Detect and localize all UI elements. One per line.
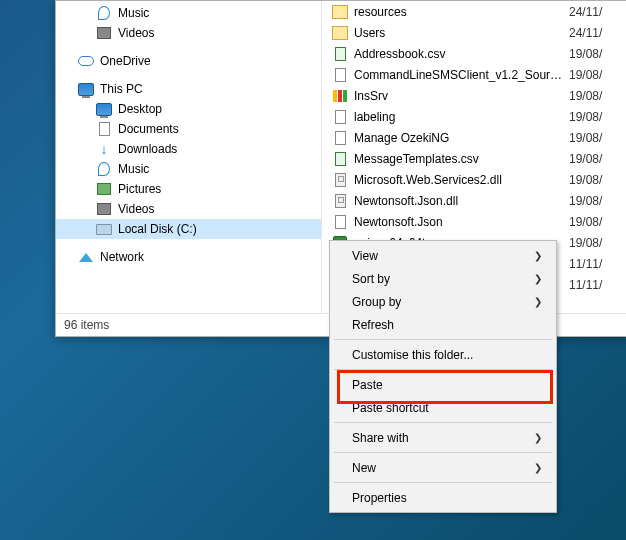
tree-desktop[interactable]: Desktop [56, 99, 321, 119]
file-name: Addressbook.csv [354, 47, 563, 61]
ctx-label: Share with [352, 431, 409, 445]
file-name: CommandLineSMSClient_v1.2_Source_D... [354, 68, 563, 82]
tree-videos2[interactable]: Videos [56, 199, 321, 219]
file-icon [332, 67, 348, 83]
ctx-label: Paste shortcut [352, 401, 429, 415]
chevron-right-icon: ❯ [534, 296, 542, 307]
file-row[interactable]: Newtonsoft.Json19/08/ [322, 211, 626, 232]
file-icon [332, 151, 348, 167]
tree-label: Documents [118, 122, 179, 136]
file-date: 19/08/ [569, 131, 626, 145]
ctx-properties[interactable]: Properties [332, 486, 554, 509]
tree-network[interactable]: Network [56, 247, 321, 267]
ctx-label: View [352, 249, 378, 263]
chevron-right-icon: ❯ [534, 432, 542, 443]
ctx-view[interactable]: View ❯ [332, 244, 554, 267]
tree-label: Pictures [118, 182, 161, 196]
tree-localdisk[interactable]: Local Disk (C:) [56, 219, 321, 239]
ctx-refresh[interactable]: Refresh [332, 313, 554, 336]
ctx-label: Group by [352, 295, 401, 309]
documents-icon [96, 121, 112, 137]
separator [334, 452, 552, 453]
file-row[interactable]: CommandLineSMSClient_v1.2_Source_D...19/… [322, 64, 626, 85]
network-icon [78, 249, 94, 265]
file-name: Newtonsoft.Json.dll [354, 194, 563, 208]
tree-label: Local Disk (C:) [118, 222, 197, 236]
file-date: 19/08/ [569, 236, 626, 250]
ctx-paste-shortcut[interactable]: Paste shortcut [332, 396, 554, 419]
chevron-right-icon: ❯ [534, 273, 542, 284]
nav-tree: Music Videos OneDrive This PC Desktop [56, 1, 322, 313]
video-icon [96, 25, 112, 41]
item-count: 96 items [64, 318, 109, 332]
file-row[interactable]: MessageTemplates.csv19/08/ [322, 148, 626, 169]
file-row[interactable]: Manage OzekiNG19/08/ [322, 127, 626, 148]
desktop-icon [96, 101, 112, 117]
tree-onedrive[interactable]: OneDrive [56, 51, 321, 71]
file-date: 19/08/ [569, 215, 626, 229]
tree-documents[interactable]: Documents [56, 119, 321, 139]
video-icon [96, 201, 112, 217]
file-name: Newtonsoft.Json [354, 215, 563, 229]
disk-icon [96, 221, 112, 237]
ctx-paste[interactable]: Paste [332, 373, 554, 396]
file-date: 19/08/ [569, 194, 626, 208]
file-icon [332, 25, 348, 41]
file-date: 24/11/ [569, 26, 626, 40]
file-icon [332, 88, 348, 104]
file-date: 19/08/ [569, 110, 626, 124]
ctx-new[interactable]: New ❯ [332, 456, 554, 479]
downloads-icon: ↓ [96, 141, 112, 157]
tree-videos[interactable]: Videos [56, 23, 321, 43]
separator [334, 422, 552, 423]
tree-label: Desktop [118, 102, 162, 116]
file-row[interactable]: InsSrv19/08/ [322, 85, 626, 106]
ctx-customise[interactable]: Customise this folder... [332, 343, 554, 366]
tree-label: Downloads [118, 142, 177, 156]
file-row[interactable]: Newtonsoft.Json.dll19/08/ [322, 190, 626, 211]
file-name: labeling [354, 110, 563, 124]
file-date: 24/11/ [569, 5, 626, 19]
file-row[interactable]: Microsoft.Web.Services2.dll19/08/ [322, 169, 626, 190]
tree-label: Network [100, 250, 144, 264]
tree-label: Videos [118, 202, 154, 216]
file-name: InsSrv [354, 89, 563, 103]
file-row[interactable]: labeling19/08/ [322, 106, 626, 127]
ctx-groupby[interactable]: Group by ❯ [332, 290, 554, 313]
file-icon [332, 172, 348, 188]
ctx-label: Refresh [352, 318, 394, 332]
file-icon [332, 130, 348, 146]
file-icon [332, 109, 348, 125]
file-name: resources [354, 5, 563, 19]
file-row[interactable]: resources24/11/ [322, 1, 626, 22]
tree-label: Music [118, 6, 149, 20]
tree-thispc[interactable]: This PC [56, 79, 321, 99]
file-icon [332, 193, 348, 209]
tree-label: Music [118, 162, 149, 176]
file-name: MessageTemplates.csv [354, 152, 563, 166]
tree-label: This PC [100, 82, 143, 96]
separator [334, 369, 552, 370]
ctx-label: Paste [352, 378, 383, 392]
file-date: 11/11/ [569, 257, 626, 271]
file-icon [332, 214, 348, 230]
tree-music2[interactable]: Music [56, 159, 321, 179]
file-row[interactable]: Users24/11/ [322, 22, 626, 43]
tree-downloads[interactable]: ↓ Downloads [56, 139, 321, 159]
separator [334, 339, 552, 340]
chevron-right-icon: ❯ [534, 462, 542, 473]
chevron-right-icon: ❯ [534, 250, 542, 261]
ctx-label: Sort by [352, 272, 390, 286]
tree-music[interactable]: Music [56, 3, 321, 23]
music-icon [96, 5, 112, 21]
file-name: Users [354, 26, 563, 40]
file-row[interactable]: Addressbook.csv19/08/ [322, 43, 626, 64]
onedrive-icon [78, 53, 94, 69]
ctx-sharewith[interactable]: Share with ❯ [332, 426, 554, 449]
ctx-label: New [352, 461, 376, 475]
file-date: 19/08/ [569, 89, 626, 103]
file-date: 11/11/ [569, 278, 626, 292]
ctx-sortby[interactable]: Sort by ❯ [332, 267, 554, 290]
file-date: 19/08/ [569, 152, 626, 166]
tree-pictures[interactable]: Pictures [56, 179, 321, 199]
